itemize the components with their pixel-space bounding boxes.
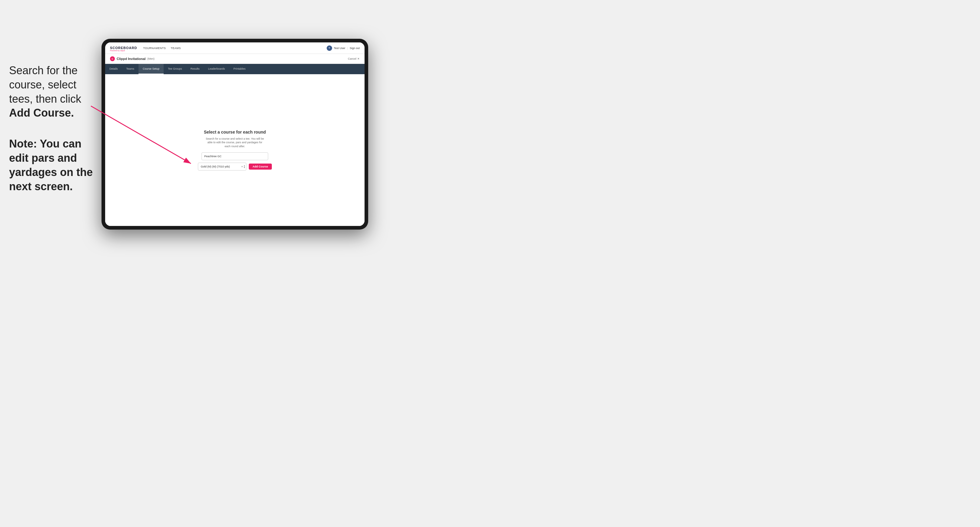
tournament-title: C Clippd Invitational (Men) [110, 56, 154, 61]
tee-arrows: ▲ ▼ [243, 165, 245, 168]
nav-teams[interactable]: TEAMS [170, 47, 181, 50]
instruction-text: Search for the course, select tees, then… [9, 64, 81, 119]
course-select-title: Select a course for each round [204, 130, 266, 135]
tab-course-setup[interactable]: Course Setup [138, 64, 164, 74]
tournament-header: C Clippd Invitational (Men) Cancel ✕ [105, 54, 364, 64]
note-text: Note: You can edit pars and yardages on … [9, 137, 97, 194]
tournament-badge: (Men) [147, 57, 154, 60]
tabs-bar: Details Teams Course Setup Tee Groups Re… [105, 64, 364, 74]
nav-tournaments[interactable]: TOURNAMENTS [143, 47, 166, 50]
tab-teams[interactable]: Teams [122, 64, 139, 74]
tee-select-input[interactable] [198, 163, 247, 170]
tee-down-arrow[interactable]: ▼ [243, 167, 245, 168]
instructions-panel: Search for the course, select tees, then… [9, 63, 97, 194]
note-bold: Note: You can edit pars and yardages on … [9, 138, 93, 192]
nav-links: TOURNAMENTS TEAMS [143, 47, 326, 50]
user-name: Test User [334, 47, 345, 50]
cancel-x-icon: ✕ [357, 57, 360, 60]
tee-selector-row: × ▲ ▼ Add Course [198, 163, 272, 170]
tab-leaderboards[interactable]: Leaderboards [204, 64, 229, 74]
tournament-name: Clippd Invitational [117, 57, 145, 60]
logo-sub: Powered by clippd [110, 50, 137, 51]
tab-printables[interactable]: Printables [229, 64, 250, 74]
course-select-description: Search for a course and select a tee. Yo… [205, 137, 265, 148]
main-content: Select a course for each round Search fo… [105, 74, 364, 226]
tablet-device: SCOREBOARD Powered by clippd TOURNAMENTS… [102, 39, 368, 230]
tab-details[interactable]: Details [105, 64, 122, 74]
nav-right: T Test User | Sign out [327, 45, 360, 51]
divider: | [347, 47, 348, 50]
instruction-bold: Add Course. [9, 106, 74, 119]
logo-area: SCOREBOARD Powered by clippd [110, 45, 137, 51]
sign-out-link[interactable]: Sign out [350, 47, 360, 50]
tee-controls: × ▲ ▼ [241, 165, 245, 168]
logo-text: SCOREBOARD [110, 46, 137, 50]
add-course-button[interactable]: Add Course [249, 163, 272, 170]
course-search-input[interactable] [202, 152, 268, 160]
tab-results[interactable]: Results [186, 64, 204, 74]
cancel-label: Cancel [348, 57, 356, 60]
tee-clear-button[interactable]: × [241, 165, 243, 168]
tee-input-wrapper: × ▲ ▼ [198, 163, 247, 170]
tournament-icon: C [110, 56, 115, 61]
cancel-button[interactable]: Cancel ✕ [348, 57, 360, 60]
navbar: SCOREBOARD Powered by clippd TOURNAMENTS… [105, 43, 364, 54]
tab-tee-groups[interactable]: Tee Groups [164, 64, 186, 74]
user-avatar: T [327, 45, 332, 51]
tablet-screen: SCOREBOARD Powered by clippd TOURNAMENTS… [105, 43, 364, 226]
